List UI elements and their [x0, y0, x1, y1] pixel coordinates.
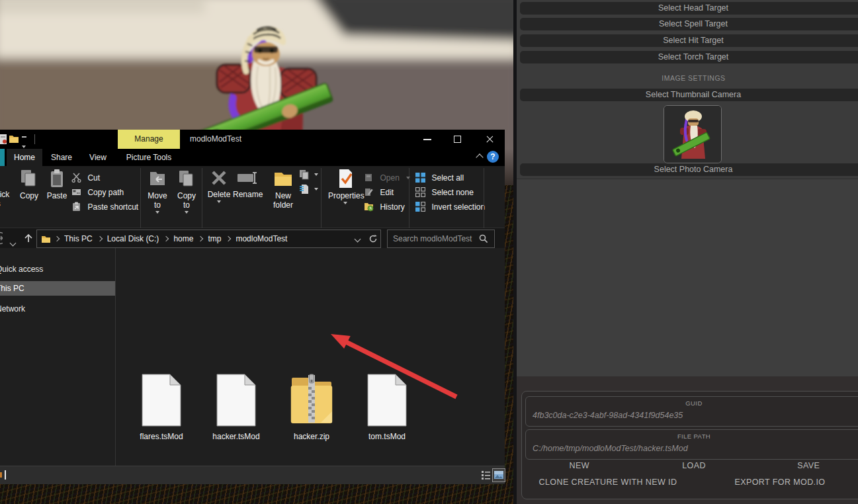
new-folder-button[interactable]: New folder — [268, 169, 298, 210]
title-bar[interactable]: Manage modloModTest — [0, 130, 505, 149]
window-title: modloModTest — [190, 130, 241, 149]
minimize-button[interactable] — [418, 130, 441, 149]
tab-picture-tools[interactable]: Picture Tools — [122, 149, 176, 166]
tab-home[interactable]: Home — [7, 149, 42, 166]
export-for-modio-button[interactable]: EXPORT FOR MOD.IO — [694, 478, 858, 487]
sidebar-item-network[interactable]: Network — [0, 302, 115, 316]
status-items-fragment — [0, 472, 2, 478]
file-section: GUID 4fb3c0da-c2e3-4abf-98ad-4341f9d54e3… — [517, 376, 858, 504]
navigation-pane: Quick access This PC Network — [0, 248, 116, 466]
close-button[interactable] — [479, 130, 501, 149]
invert-selection-button[interactable]: Invert selection — [415, 200, 485, 212]
file-menu-button[interactable] — [0, 149, 5, 166]
open-button[interactable]: Open — [364, 171, 410, 183]
collapse-ribbon-icon[interactable] — [475, 152, 484, 161]
new-button[interactable]: NEW — [522, 461, 636, 470]
select-photo-camera-button[interactable]: Select Photo Camera — [520, 163, 858, 176]
qat-separator — [34, 134, 35, 144]
pin-to-quick-access-button[interactable]: Pin to Quick access — [0, 169, 13, 228]
select-torch-target-button[interactable]: Select Torch Target — [520, 51, 858, 63]
move-to-button[interactable]: Move to — [144, 169, 171, 214]
select-none-icon — [415, 187, 425, 197]
history-button[interactable]: History — [364, 200, 405, 212]
select-thumbnail-camera-button[interactable]: Select Thumbnail Camera — [520, 89, 858, 101]
load-button[interactable]: LOAD — [636, 461, 751, 470]
move-to-icon — [148, 169, 167, 189]
forward-icon[interactable] — [0, 231, 3, 245]
delete-button[interactable]: Delete — [205, 169, 233, 203]
maximize-button[interactable] — [449, 130, 471, 149]
help-icon[interactable]: ? — [487, 151, 499, 163]
breadcrumb-tmp[interactable]: tmp — [208, 234, 221, 243]
file-label: flares.tsMod — [130, 432, 193, 441]
breadcrumb-home[interactable]: home — [173, 234, 193, 243]
address-bar-row: This PC Local Disk (C:) home tmp modloMo… — [0, 228, 505, 248]
cut-button[interactable]: Cut — [71, 171, 100, 183]
file-hacker-zip[interactable]: hacker.zip — [280, 374, 343, 441]
new-item-icon[interactable] — [299, 184, 318, 197]
easy-access-icon[interactable] — [299, 169, 318, 183]
file-hacker-tsmod[interactable]: hacker.tsMod — [204, 374, 268, 441]
up-icon[interactable] — [23, 233, 34, 246]
select-spell-target-button[interactable]: Select Spell Target — [520, 18, 858, 30]
file-explorer-window: Manage modloModTest Home Share View Pict… — [0, 130, 505, 483]
ribbon: Pin to Quick access Copy Paste — [0, 166, 505, 228]
sidebar-item-quick-access[interactable]: Quick access — [0, 262, 115, 276]
file-label: hacker.tsMod — [204, 432, 268, 441]
paste-button[interactable]: Paste — [45, 169, 69, 200]
open-icon — [364, 173, 374, 183]
tab-view[interactable]: View — [82, 149, 114, 166]
rename-icon — [237, 169, 258, 187]
guid-field[interactable]: GUID 4fb3c0da-c2e3-4abf-98ad-4341f9d54e3… — [525, 396, 858, 427]
breadcrumb-folder-icon — [41, 235, 51, 243]
breadcrumb-modlomodtest[interactable]: modloModTest — [236, 234, 287, 243]
select-none-button[interactable]: Select none — [415, 186, 474, 197]
select-all-icon — [415, 173, 425, 183]
copy-button[interactable]: Copy — [16, 169, 42, 200]
properties-button[interactable]: Properties — [328, 169, 363, 204]
properties-icon — [336, 169, 355, 189]
recent-locations-icon[interactable] — [11, 236, 15, 248]
guid-value: 4fb3c0da-c2e3-4abf-98ad-4341f9d54e35 — [533, 411, 683, 420]
thumbnail-view-button[interactable] — [492, 468, 505, 482]
file-path-label: FILE PATH — [526, 433, 858, 440]
details-view-button[interactable] — [481, 470, 491, 482]
file-tom-tsmod[interactable]: tom.tsMod — [355, 374, 419, 441]
panel-empty-area — [517, 179, 858, 377]
select-head-target-button[interactable]: Select Head Target — [520, 2, 858, 15]
new-folder-icon — [273, 169, 294, 189]
invert-selection-icon — [415, 202, 425, 212]
file-list-area: Quick access This PC Network flares.tsMo… — [0, 248, 505, 466]
search-icon[interactable] — [479, 234, 488, 243]
cut-icon — [71, 173, 81, 183]
file-flares-tsmod[interactable]: flares.tsMod — [130, 374, 193, 441]
document-icon — [216, 374, 257, 427]
rename-button[interactable]: Rename — [233, 169, 262, 199]
select-all-button[interactable]: Select all — [415, 171, 464, 183]
file-path-field[interactable]: FILE PATH C:/home/tmp/modloModTest/hacke… — [525, 429, 858, 460]
refresh-icon — [368, 234, 378, 243]
search-input[interactable] — [392, 231, 477, 247]
clone-creature-button[interactable]: CLONE CREATURE WITH NEW ID — [522, 478, 694, 487]
refresh-button[interactable] — [365, 230, 381, 248]
breadcrumb-local-disk[interactable]: Local Disk (C:) — [107, 234, 159, 243]
breadcrumb-separator-icon — [54, 236, 60, 241]
select-hit-target-button[interactable]: Select Hit Target — [520, 34, 858, 47]
qat-properties-icon[interactable] — [0, 134, 7, 145]
sidebar-item-this-pc[interactable]: This PC — [0, 281, 115, 296]
creature-editor-panel: Select Head Target Select Spell Target S… — [517, 0, 858, 504]
file-label: hacker.zip — [280, 432, 343, 441]
copy-to-button[interactable]: Copy to — [173, 169, 200, 214]
edit-button[interactable]: Edit — [364, 186, 394, 197]
search-field[interactable] — [387, 230, 495, 248]
manage-contextual-tab[interactable]: Manage — [118, 130, 180, 149]
paste-shortcut-button[interactable]: Paste shortcut — [71, 200, 138, 212]
creature-thumbnail[interactable] — [664, 105, 722, 163]
breadcrumb[interactable]: This PC Local Disk (C:) home tmp modloMo… — [36, 230, 367, 248]
address-dropdown-icon[interactable] — [355, 235, 361, 242]
save-button[interactable]: SAVE — [751, 461, 858, 470]
tab-share[interactable]: Share — [46, 149, 77, 166]
breadcrumb-this-pc[interactable]: This PC — [64, 234, 93, 243]
qat-folder-icon[interactable] — [9, 134, 19, 146]
copy-path-button[interactable]: Copy path — [71, 186, 124, 197]
